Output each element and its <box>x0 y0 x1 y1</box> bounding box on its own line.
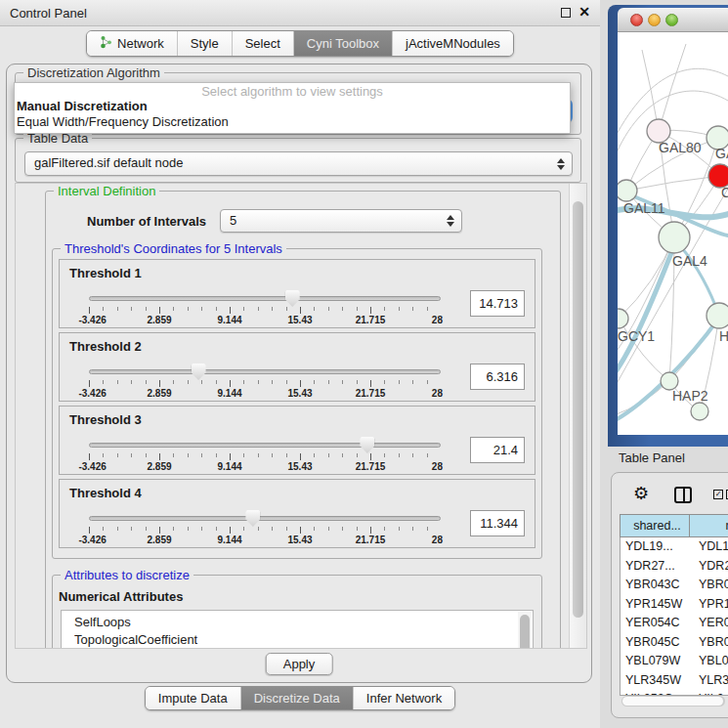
network-graph <box>618 32 728 435</box>
node-gal4 <box>659 222 690 253</box>
node-h <box>707 303 728 328</box>
node-bottom <box>691 403 708 420</box>
threshold-4-slider[interactable]: -3.426 2.859 9.144 15.43 21.715 28 <box>89 509 441 546</box>
threshold-panel-4: Threshold 4 -3.426 2.859 9.144 15.43 <box>59 479 535 548</box>
threshold-panel-2: Threshold 2 -3.426 2.859 9.144 15.43 <box>59 332 535 402</box>
thresholds-group: Threshold's Coordinates for 5 Intervals … <box>52 248 542 559</box>
dropdown-option-manual[interactable]: Manual Discretization <box>15 99 570 114</box>
network-view-window: GAL80 GA C GAL11 GAL4 GCY1 H HAP2 <box>608 5 728 447</box>
table-row[interactable]: YPR145WYPR1 <box>621 595 728 615</box>
node-label-gcy1: GCY1 <box>618 328 655 344</box>
slider-track[interactable] <box>89 369 441 374</box>
thresholds-group-title: Threshold's Coordinates for 5 Intervals <box>61 241 286 256</box>
combo-stepper-icon <box>557 158 565 170</box>
threshold-2-slider[interactable]: -3.426 2.859 9.144 15.43 21.715 28 <box>89 363 441 400</box>
slider-thumb[interactable] <box>285 290 300 307</box>
node-gcy1 <box>618 309 628 328</box>
table-data-combobox[interactable]: galFiltered.sif default node <box>24 151 573 176</box>
list-item[interactable]: SelfLoops <box>62 614 533 631</box>
horizontal-scrollbar[interactable] <box>621 696 725 707</box>
threshold-panel-3: Threshold 3 -3.426 2.859 9.144 15.43 <box>59 406 535 475</box>
vertical-scrollbar[interactable] <box>569 184 586 648</box>
node-label-gal80: GAL80 <box>659 140 702 155</box>
combo-stepper-icon <box>447 215 454 227</box>
minimize-traffic-light-icon[interactable] <box>648 14 661 26</box>
column-header-shared[interactable]: shared... <box>620 514 690 537</box>
checkbox-icon[interactable]: ✓ <box>713 490 723 499</box>
settings-scrollpane: Interval Definition Number of Intervals … <box>15 183 587 649</box>
zoom-traffic-light-icon[interactable] <box>665 14 678 26</box>
tab-impute-data[interactable]: Impute Data <box>146 687 241 709</box>
cyni-toolbox-panel: Discretization Algorithm Select algorith… <box>6 64 592 683</box>
num-intervals-label: Number of Intervals <box>87 214 206 229</box>
tab-jactivemnodules[interactable]: jActiveMNodules <box>393 31 513 56</box>
algorithm-group-title: Discretization Algorithm <box>23 65 164 80</box>
close-icon[interactable]: ✕ <box>578 4 590 20</box>
table-row[interactable]: YER054CYER0 <box>621 614 728 633</box>
float-window-icon[interactable] <box>561 8 571 18</box>
node-label-hap2: HAP2 <box>672 388 708 404</box>
slider-track[interactable] <box>89 516 441 521</box>
split-columns-icon[interactable] <box>674 487 692 503</box>
network-window-titlebar <box>618 8 728 32</box>
list-scrollbar[interactable] <box>518 612 532 649</box>
control-panel-window: Control Panel ✕ Network Style Select Cyn… <box>0 0 600 728</box>
attributes-group: Attributes to discretize Numerical Attri… <box>52 575 542 649</box>
interval-group-title: Interval Definition <box>54 184 159 198</box>
table-row[interactable]: YLR345WYLR3 <box>621 671 728 691</box>
table-row[interactable]: YDR27...YDR2 <box>621 557 728 577</box>
node-label-gal11: GAL11 <box>623 200 665 216</box>
slider-track[interactable] <box>89 443 441 448</box>
node-label-ga: GA <box>715 146 728 161</box>
list-item[interactable]: BetweennessCentrality <box>62 648 533 649</box>
table-panel-window: ⚙ ✓ ✓ shared... na YDL19...YDL1 YDR27...… <box>611 472 728 718</box>
algorithm-placeholder: Select algorithm to view settings <box>15 83 570 99</box>
algorithm-dropdown-popup: Select algorithm to view settings Manual… <box>14 82 571 134</box>
threshold-3-slider[interactable]: -3.426 2.859 9.144 15.43 21.715 28 <box>89 436 441 473</box>
threshold-4-value-field[interactable]: 11.344 <box>470 510 525 536</box>
interval-definition-group: Interval Definition Number of Intervals … <box>45 191 561 649</box>
num-intervals-combobox[interactable]: 5 <box>220 209 462 233</box>
table-row[interactable]: YBR045CYBR0 <box>621 633 728 653</box>
table-row[interactable]: YBR043CYBR0 <box>621 576 728 595</box>
table-row[interactable]: YBL079WYBL0 <box>621 652 728 671</box>
tab-discretize-data[interactable]: Discretize Data <box>241 687 354 709</box>
table-data-group: Table Data galFiltered.sif default node <box>15 138 581 183</box>
scrollbar-thumb[interactable] <box>573 201 583 618</box>
node-label-c: C <box>721 185 728 200</box>
tab-network[interactable]: Network <box>87 31 178 56</box>
tab-infer-network[interactable]: Infer Network <box>354 687 454 709</box>
scrollbar-thumb[interactable] <box>622 697 723 706</box>
attributes-list: SelfLoops TopologicalCoefficient Between… <box>61 610 534 649</box>
slider-thumb[interactable] <box>360 437 374 453</box>
gear-icon[interactable]: ⚙ <box>633 483 649 504</box>
top-tab-bar: Network Style Select Cyni Toolbox jActiv… <box>0 30 600 57</box>
slider-thumb[interactable] <box>245 510 260 527</box>
control-panel-titlebar: Control Panel ✕ <box>0 0 600 26</box>
tab-style[interactable]: Style <box>178 31 233 56</box>
node-table: shared... na YDL19...YDL1 YDR27...YDR2 Y… <box>620 514 728 696</box>
list-item[interactable]: TopologicalCoefficient <box>62 631 533 649</box>
node-label-h: H <box>719 328 728 344</box>
threshold-1-slider[interactable]: -3.426 2.859 9.144 15.43 21.715 28 <box>89 289 441 326</box>
dropdown-option-equal-width[interactable]: Equal Width/Frequency Discretization <box>15 114 570 130</box>
network-canvas[interactable]: GAL80 GA C GAL11 GAL4 GCY1 H HAP2 <box>618 32 728 435</box>
slider-thumb[interactable] <box>192 364 206 380</box>
tab-select[interactable]: Select <box>233 31 294 56</box>
column-header-name[interactable]: na <box>690 514 728 537</box>
node-gal11 <box>618 180 637 201</box>
threshold-1-value-field[interactable]: 14.713 <box>470 290 525 317</box>
slider-track[interactable] <box>89 296 441 301</box>
threshold-3-value-field[interactable]: 21.4 <box>470 437 525 463</box>
table-row[interactable]: YDL19...YDL1 <box>621 537 728 557</box>
table-header-row: shared... na <box>620 514 728 537</box>
numerical-attributes-label: Numerical Attributes <box>59 589 541 604</box>
apply-button[interactable]: Apply <box>266 653 333 675</box>
threshold-2-value-field[interactable]: 6.316 <box>470 364 525 390</box>
tab-cyni-toolbox[interactable]: Cyni Toolbox <box>294 31 393 56</box>
node-label-gal4: GAL4 <box>672 253 707 269</box>
threshold-panel-1: Threshold 1 -3.426 2.859 9.144 15.43 <box>59 259 535 328</box>
table-body: YDL19...YDL1 YDR27...YDR2 YBR043CYBR0 YP… <box>620 537 728 696</box>
close-traffic-light-icon[interactable] <box>630 14 643 26</box>
panel-title: Control Panel <box>10 6 87 21</box>
